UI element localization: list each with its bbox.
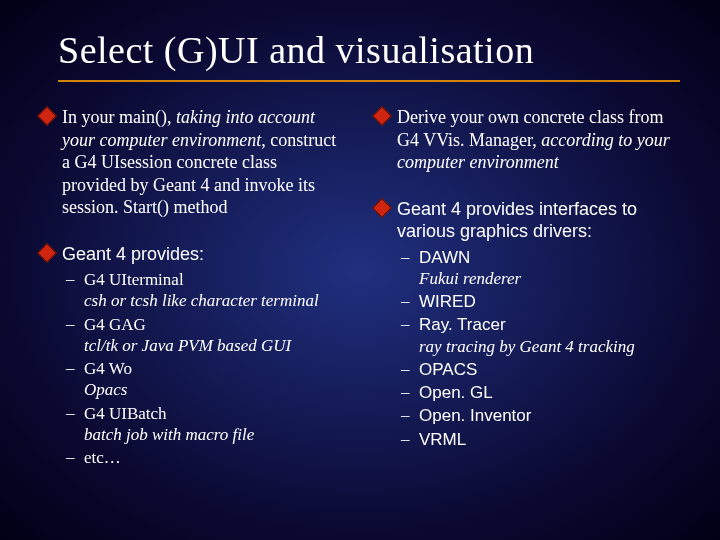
item-name: WIRED <box>419 292 476 311</box>
list-item: G4 WoOpacs <box>62 358 345 401</box>
item-name: G4 UIBatch <box>84 404 167 423</box>
item-desc: batch job with macro file <box>84 425 254 444</box>
item-name: Ray. Tracer <box>419 315 506 334</box>
item-desc: tcl/tk or Java PVM based GUI <box>84 336 291 355</box>
right-column: Derive your own concrete class from G4 V… <box>375 106 680 492</box>
text: In your main(), <box>62 107 176 127</box>
slide: Select (G)UI and visualisation In your m… <box>0 0 720 540</box>
left-column: In your main(), taking into account your… <box>40 106 345 492</box>
list-item: Ray. Tracerray tracing by Geant 4 tracki… <box>397 314 680 357</box>
list-item: Open. Inventor <box>397 405 680 426</box>
item-name: DAWN <box>419 248 470 267</box>
item-desc: Opacs <box>84 380 127 399</box>
text: Geant 4 provides: <box>62 244 204 264</box>
bullet-main-intro: In your main(), taking into account your… <box>40 106 345 219</box>
slide-title: Select (G)UI and visualisation <box>58 28 680 82</box>
content-columns: In your main(), taking into account your… <box>40 106 680 492</box>
list-item: WIRED <box>397 291 680 312</box>
sublist-drivers: DAWNFukui renderer WIRED Ray. Tracerray … <box>397 247 680 450</box>
bullet-geant-provides: Geant 4 provides: G4 UIterminalcsh or tc… <box>40 243 345 469</box>
item-name: Open. Inventor <box>419 406 531 425</box>
list-item: DAWNFukui renderer <box>397 247 680 290</box>
sublist-ui: G4 UIterminalcsh or tcsh like character … <box>62 269 345 468</box>
text: Geant 4 provides interfaces to various g… <box>397 199 637 242</box>
item-name: etc… <box>84 448 121 467</box>
item-name: VRML <box>419 430 466 449</box>
list-item: G4 GAGtcl/tk or Java PVM based GUI <box>62 314 345 357</box>
item-desc: ray tracing by Geant 4 tracking <box>419 337 635 356</box>
item-name: Open. GL <box>419 383 493 402</box>
list-item: G4 UIterminalcsh or tcsh like character … <box>62 269 345 312</box>
item-name: G4 GAG <box>84 315 146 334</box>
bullet-derive-class: Derive your own concrete class from G4 V… <box>375 106 680 174</box>
bullet-graphics-drivers: Geant 4 provides interfaces to various g… <box>375 198 680 450</box>
list-item: OPACS <box>397 359 680 380</box>
item-name: G4 Wo <box>84 359 132 378</box>
list-item: Open. GL <box>397 382 680 403</box>
item-name: G4 UIterminal <box>84 270 184 289</box>
list-item: G4 UIBatchbatch job with macro file <box>62 403 345 446</box>
list-item: etc… <box>62 447 345 468</box>
list-item: VRML <box>397 429 680 450</box>
item-desc: csh or tcsh like character terminal <box>84 291 319 310</box>
item-desc: Fukui renderer <box>419 269 521 288</box>
item-name: OPACS <box>419 360 477 379</box>
